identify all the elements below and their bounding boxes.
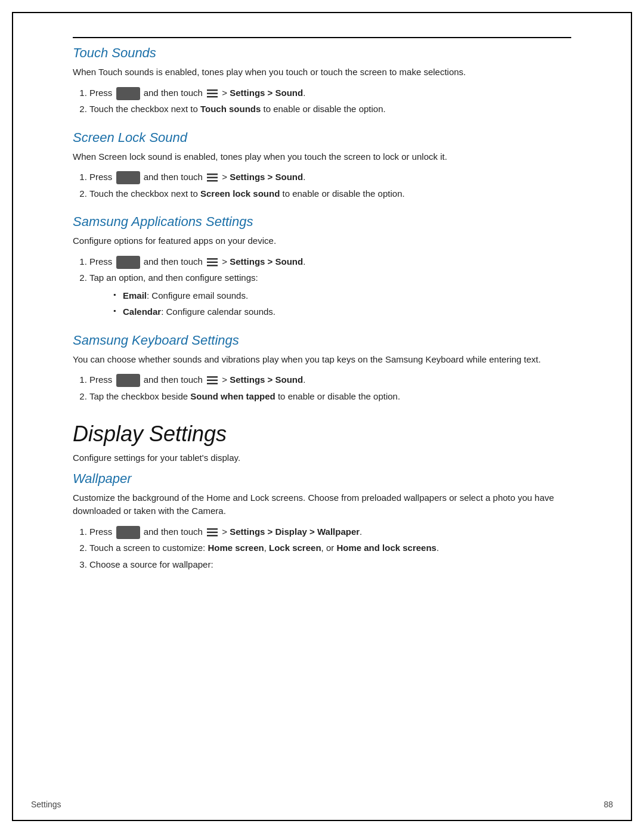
svg-rect-3 (207, 174, 218, 175)
touch-sounds-title: Touch Sounds (73, 45, 571, 61)
menu-icon-5 (206, 527, 218, 538)
touch-sounds-step-2: Touch the checkbox next to Touch sounds … (89, 101, 571, 117)
samsung-applications-description: Configure options for featured apps on y… (73, 234, 571, 248)
menu-icon-4 (206, 375, 218, 386)
page-container: Touch Sounds When Touch sounds is enable… (12, 12, 632, 821)
screen-lock-sound-title: Screen Lock Sound (73, 130, 571, 145)
screen-lock-sound-section: Screen Lock Sound When Screen lock sound… (73, 130, 571, 202)
samsung-applications-title: Samsung Applications Settings (73, 214, 571, 230)
screen-lock-sound-description: When Screen lock sound is enabled, tones… (73, 150, 571, 164)
wallpaper-step-1: Press and then touch > Settings > Displa… (89, 524, 571, 540)
svg-rect-14 (207, 535, 218, 537)
wallpaper-section: Wallpaper Customize the background of th… (73, 471, 571, 572)
svg-rect-0 (207, 89, 218, 91)
svg-rect-9 (207, 376, 218, 378)
wallpaper-title: Wallpaper (73, 471, 571, 487)
svg-rect-6 (207, 258, 218, 260)
svg-rect-4 (207, 177, 218, 179)
samsung-keyboard-description: You can choose whether sounds and vibrat… (73, 353, 571, 367)
top-border (73, 37, 571, 38)
home-button-icon-3 (116, 256, 140, 269)
settings-path-3: Settings > Sound (230, 256, 303, 267)
wallpaper-description: Customize the background of the Home and… (73, 491, 571, 518)
settings-path-4: Settings > Sound (230, 374, 303, 385)
samsung-app-step-2: Tap an option, and then configure settin… (89, 270, 571, 320)
email-label: Email (123, 290, 147, 301)
svg-rect-10 (207, 380, 218, 382)
menu-icon-2 (206, 172, 218, 183)
settings-path-1: Settings > Sound (230, 88, 303, 98)
svg-rect-7 (207, 261, 218, 263)
footer-left-label: Settings (31, 800, 61, 809)
home-button-icon-4 (116, 374, 140, 387)
display-settings-section: Display Settings Configure settings for … (73, 422, 571, 572)
screen-lock-option: Screen lock sound (200, 188, 280, 199)
display-settings-description: Configure settings for your tablet's dis… (73, 451, 571, 465)
samsung-keyboard-steps: Press and then touch > Settings > Sound.… (89, 372, 571, 404)
touch-sounds-section: Touch Sounds When Touch sounds is enable… (73, 45, 571, 117)
samsung-keyboard-title: Samsung Keyboard Settings (73, 333, 571, 348)
wallpaper-steps: Press and then touch > Settings > Displa… (89, 524, 571, 572)
lock-screen-option: Lock screen (269, 543, 321, 553)
page-footer: Settings 88 (13, 800, 631, 809)
svg-rect-11 (207, 383, 218, 385)
svg-rect-13 (207, 531, 218, 533)
display-settings-title: Display Settings (73, 422, 571, 447)
samsung-applications-steps: Press and then touch > Settings > Sound.… (89, 254, 571, 320)
menu-icon-3 (206, 257, 218, 268)
settings-path-2: Settings > Sound (230, 172, 303, 182)
samsung-keyboard-section: Samsung Keyboard Settings You can choose… (73, 333, 571, 404)
screen-lock-sound-steps: Press and then touch > Settings > Sound.… (89, 169, 571, 201)
samsung-app-subitems: Email: Configure email sounds. Calendar:… (113, 288, 571, 320)
touch-sounds-steps: Press and then touch > Settings > Sound.… (89, 85, 571, 117)
settings-display-wallpaper-path: Settings > Display > Wallpaper (230, 527, 360, 537)
svg-rect-8 (207, 265, 218, 267)
calendar-label: Calendar (123, 306, 161, 317)
email-subitem: Email: Configure email sounds. (113, 288, 571, 304)
svg-rect-2 (207, 96, 218, 98)
wallpaper-step-2: Touch a screen to customize: Home screen… (89, 540, 571, 556)
screen-lock-step-2: Touch the checkbox next to Screen lock s… (89, 186, 571, 202)
calendar-subitem: Calendar: Configure calendar sounds. (113, 304, 571, 320)
svg-rect-12 (207, 528, 218, 530)
home-button-icon-2 (116, 171, 140, 184)
footer-page-number: 88 (603, 800, 613, 809)
touch-sounds-description: When Touch sounds is enabled, tones play… (73, 66, 571, 79)
sound-tapped-option: Sound when tapped (190, 391, 275, 401)
svg-rect-1 (207, 92, 218, 94)
touch-sounds-step-1: Press and then touch > Settings > Sound. (89, 85, 571, 101)
home-screen-option: Home screen (208, 543, 264, 553)
wallpaper-step-3: Choose a source for wallpaper: (89, 557, 571, 572)
samsung-keyboard-step-1: Press and then touch > Settings > Sound. (89, 372, 571, 388)
samsung-applications-section: Samsung Applications Settings Configure … (73, 214, 571, 320)
screen-lock-step-1: Press and then touch > Settings > Sound. (89, 169, 571, 185)
svg-rect-5 (207, 180, 218, 182)
samsung-keyboard-step-2: Tap the checkbox beside Sound when tappe… (89, 389, 571, 404)
home-button-icon-5 (116, 526, 140, 539)
menu-icon (206, 88, 218, 99)
home-lock-screens-option: Home and lock screens (336, 543, 436, 553)
touch-sounds-option: Touch sounds (200, 104, 261, 114)
home-button-icon (116, 87, 140, 100)
samsung-app-step-1: Press and then touch > Settings > Sound. (89, 254, 571, 270)
